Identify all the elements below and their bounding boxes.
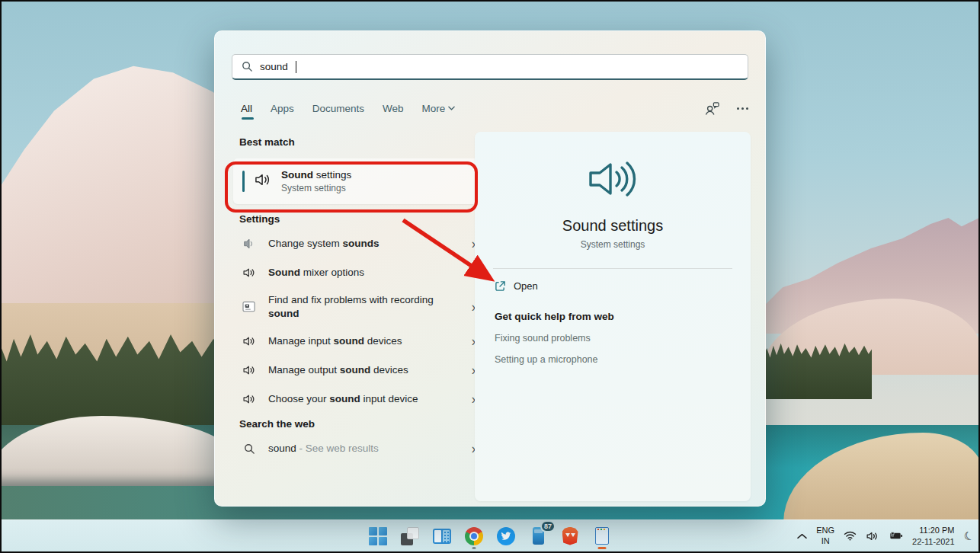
result-web-search[interactable]: sound - See web results › — [232, 434, 486, 463]
search-query-text: sound — [260, 61, 288, 72]
taskbar-app-chrome[interactable] — [464, 525, 484, 548]
preview-title: Sound settings — [475, 217, 751, 235]
taskbar-app-brave[interactable] — [560, 525, 580, 548]
date: 22-11-2021 — [912, 536, 954, 547]
speaker-icon — [254, 172, 272, 190]
preview-subtitle: System settings — [475, 239, 751, 250]
search-icon — [241, 443, 258, 455]
results-column: Best match Sound settings System setting… — [232, 132, 486, 463]
open-action[interactable]: Open — [475, 269, 751, 303]
selection-accent-bar — [242, 171, 245, 192]
best-match-title: Sound settings — [281, 169, 351, 181]
external-link-icon — [495, 280, 506, 292]
speaker-icon — [241, 267, 258, 279]
taskbar-app-phone[interactable]: 87 — [528, 525, 548, 548]
help-link-setup-microphone[interactable]: Setting up a microphone — [475, 344, 751, 365]
overlapping-windows-icon — [401, 527, 419, 545]
best-match-header: Best match — [232, 132, 486, 152]
speaker-icon — [241, 393, 258, 405]
taskbar-app-twitter[interactable] — [496, 525, 516, 548]
search-input[interactable]: sound — [232, 54, 748, 80]
troubleshoot-icon — [241, 301, 258, 313]
focus-assist-moon-icon[interactable]: ☾ — [962, 528, 975, 544]
tab-more[interactable]: More — [422, 103, 456, 114]
running-indicator — [472, 547, 476, 549]
time: 11:20 PM — [912, 525, 954, 535]
speaker-icon — [241, 335, 258, 347]
account-icon[interactable] — [704, 101, 720, 116]
search-filter-tabs: All Apps Documents Web More — [241, 97, 748, 120]
taskbar-app-screenshot-tool[interactable] — [400, 525, 420, 548]
tab-web[interactable]: Web — [383, 103, 404, 114]
active-indicator — [598, 547, 607, 549]
sound-settings-icon — [475, 158, 751, 200]
search-panel: sound All Apps Documents Web More — [214, 30, 766, 507]
best-match-result[interactable]: Sound settings System settings — [233, 158, 485, 204]
result-manage-input-devices[interactable]: Manage input sound devices › — [232, 327, 486, 356]
notification-badge: 87 — [540, 520, 556, 532]
screen: sound All Apps Documents Web More — [0, 0, 980, 553]
brave-icon — [562, 527, 578, 545]
windows-logo-icon — [369, 527, 387, 545]
clock[interactable]: 11:20 PM 22-11-2021 — [912, 525, 954, 547]
chevron-down-icon — [448, 106, 455, 110]
quick-help-header: Get quick help from web — [475, 303, 751, 322]
tab-all[interactable]: All — [241, 103, 252, 114]
open-label: Open — [514, 280, 538, 292]
twitter-icon — [497, 527, 515, 545]
battery-charging-icon[interactable] — [888, 531, 903, 541]
tray-expand-button[interactable] — [797, 533, 807, 539]
wifi-icon[interactable] — [844, 531, 857, 541]
chrome-icon — [465, 527, 483, 545]
settings-header: Settings — [232, 209, 486, 229]
preview-card: Sound settings System settings Open Get … — [475, 132, 751, 501]
result-manage-output-devices[interactable]: Manage output sound devices › — [232, 356, 486, 385]
result-choose-sound-input[interactable]: Choose your sound input device › — [232, 385, 486, 414]
speaker-icon — [241, 364, 258, 376]
text-caret — [296, 61, 296, 73]
system-speaker-icon — [241, 237, 258, 251]
more-options-icon[interactable] — [737, 107, 748, 110]
taskbar-app-widgets[interactable] — [432, 525, 452, 548]
window-panes-icon — [433, 529, 451, 544]
result-find-fix-recording[interactable]: Find and fix problems with recording sou… — [232, 287, 486, 327]
result-sound-mixer-options[interactable]: Sound mixer options › — [232, 258, 486, 287]
volume-icon[interactable] — [866, 531, 879, 542]
language-indicator[interactable]: ENGIN — [816, 526, 834, 545]
system-tray: ENGIN 11:20 PM 22-11-2021 ☾ — [797, 520, 974, 551]
search-icon — [242, 61, 253, 72]
help-link-fixing-sound[interactable]: Fixing sound problems — [475, 322, 751, 344]
chevron-up-icon — [797, 533, 807, 539]
notepad-icon — [595, 527, 609, 545]
best-match-subtitle: System settings — [281, 183, 351, 193]
tab-documents[interactable]: Documents — [312, 103, 364, 114]
tab-apps[interactable]: Apps — [271, 103, 294, 114]
result-change-system-sounds[interactable]: Change system sounds › — [232, 229, 486, 258]
start-button[interactable] — [368, 525, 388, 548]
taskbar-app-notes[interactable] — [592, 525, 612, 548]
taskbar: 87 ENGIN — [0, 519, 980, 551]
search-web-header: Search the web — [232, 414, 486, 434]
